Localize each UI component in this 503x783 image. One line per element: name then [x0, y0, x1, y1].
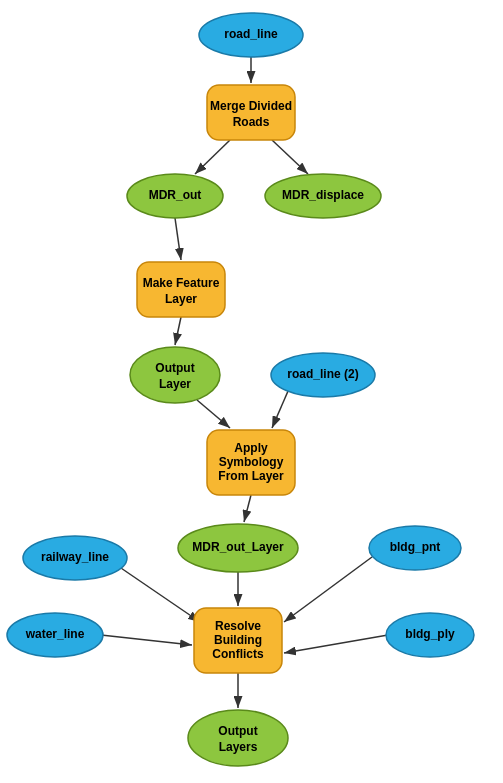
arrow-merge-to-mdrdisplace [272, 140, 308, 174]
output-layers-label: Output [218, 724, 257, 738]
road-line-2-label: road_line (2) [287, 367, 358, 381]
arrow-merge-to-mdrout [195, 140, 230, 174]
arrow-bldgpnt-to-resolve [284, 557, 372, 622]
bldg-pnt-label: bldg_pnt [390, 540, 441, 554]
mdr-out-label: MDR_out [149, 188, 202, 202]
apply-symbology-label2: Symbology [219, 455, 284, 469]
resolve-building-conflicts-label: Resolve [215, 619, 261, 633]
road-line-label: road_line [224, 27, 278, 41]
resolve-building-conflicts-label2: Building [214, 633, 262, 647]
arrow-makefeature-to-outputlayer [175, 317, 181, 345]
arrow-railway-to-resolve [118, 566, 200, 622]
arrow-applysymbology-to-mdroutlayer [244, 495, 251, 522]
arrow-bldgply-to-resolve [284, 635, 388, 653]
output-layers-label2: Layers [219, 740, 258, 754]
resolve-building-conflicts-label3: Conflicts [212, 647, 264, 661]
make-feature-layer-label2: Layer [165, 292, 197, 306]
apply-symbology-label: Apply [234, 441, 268, 455]
mdr-displace-label: MDR_displace [282, 188, 364, 202]
merge-divided-roads-label: Merge Divided [210, 99, 292, 113]
flow-diagram: road_line Merge Divided Roads MDR_out MD… [0, 0, 503, 783]
apply-symbology-label3: From Layer [218, 469, 284, 483]
make-feature-layer-label: Make Feature [143, 276, 220, 290]
arrow-waterline-to-resolve [101, 635, 192, 645]
merge-divided-roads-label2: Roads [233, 115, 270, 129]
railway-line-label: railway_line [41, 550, 109, 564]
arrow-mdrout-to-makefeature [175, 218, 181, 260]
water-line-label: water_line [25, 627, 85, 641]
arrow-outputlayer-to-applysymbology [197, 400, 230, 428]
bldg-ply-label: bldg_ply [405, 627, 455, 641]
output-layer-label: Output [155, 361, 194, 375]
mdr-out-layer-label: MDR_out_Layer [192, 540, 284, 554]
output-layer-label2: Layer [159, 377, 191, 391]
